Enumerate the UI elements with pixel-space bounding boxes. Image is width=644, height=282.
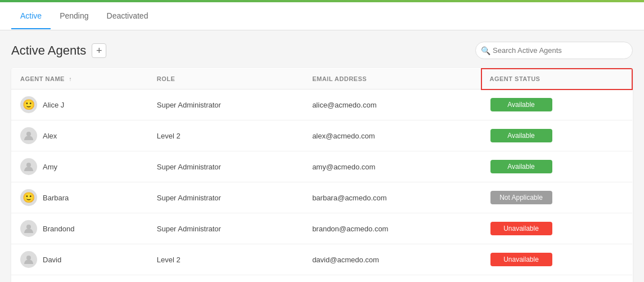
agent-status-cell: Available: [481, 89, 633, 120]
agent-email-cell: alex@acmedo.com: [303, 120, 481, 151]
agent-name-cell: 🙂 Barbara: [11, 182, 148, 213]
table-row: Amy Super Administrator amy@acmedo.com A…: [11, 151, 632, 182]
agent-name: David: [43, 256, 61, 264]
agent-status-cell: Unavailable: [481, 244, 633, 275]
status-button[interactable]: Available: [490, 160, 552, 173]
svg-point-2: [26, 225, 31, 229]
page-header: Active Agents + 🔍: [11, 42, 633, 59]
avatar: 🙂: [20, 96, 37, 113]
agent-email-cell: amy@acmedo.com: [303, 151, 481, 182]
agent-role-cell: Super Administrator: [148, 151, 303, 182]
agent-role-cell: Super Administrator: [148, 213, 303, 244]
agent-email-cell: alice@acmedo.com: [303, 89, 481, 120]
agent-name: Alice J: [43, 101, 64, 109]
col-agent-name: AGENT NAME ↑: [11, 69, 148, 89]
agent-name-cell: Brandond: [11, 213, 148, 244]
tabs-bar: Active Pending Deactivated: [0, 2, 644, 30]
avatar: 🙂: [20, 189, 37, 206]
agent-role-cell: Super Administrator: [148, 89, 303, 120]
tab-deactivated[interactable]: Deactivated: [98, 3, 157, 29]
table-row: 🙂 Barbara Super Administrator barbara@ac…: [11, 182, 632, 213]
table-row: Brandond Super Administrator brandon@acm…: [11, 213, 632, 244]
agents-table: AGENT NAME ↑ ROLE EMAIL ADDRESS AGENT ST…: [11, 68, 633, 282]
agent-name: Amy: [43, 163, 57, 171]
search-wrapper: 🔍: [475, 42, 633, 59]
agent-status-cell: Unavailable: [481, 213, 633, 244]
page-header-left: Active Agents +: [11, 43, 106, 58]
agent-name-cell: Alex: [11, 120, 148, 151]
agent-email-cell: david@acmedo.com: [303, 244, 481, 275]
col-email: EMAIL ADDRESS: [303, 69, 481, 89]
agent-status-cell: Available: [481, 151, 633, 182]
agent-role-cell: Level 2: [148, 244, 303, 275]
agent-status-cell: Not Applicable: [481, 275, 633, 283]
main-content: Active Agents + 🔍 AGENT NAME ↑ ROLE EMAI…: [0, 30, 644, 282]
agent-name-cell: 🙂 Alice J: [11, 89, 148, 120]
avatar: [20, 158, 37, 175]
agent-name: Alex: [43, 132, 57, 140]
svg-point-0: [26, 132, 31, 136]
agent-name-cell: David: [11, 244, 148, 275]
add-agent-button[interactable]: +: [92, 43, 106, 58]
avatar: [20, 127, 37, 144]
status-button[interactable]: Unavailable: [490, 222, 552, 235]
agents-table-container: AGENT NAME ↑ ROLE EMAIL ADDRESS AGENT ST…: [11, 68, 633, 282]
status-button[interactable]: Available: [490, 98, 552, 111]
status-button[interactable]: Not Applicable: [490, 191, 552, 204]
agent-name: Barbara: [43, 194, 69, 202]
col-role: ROLE: [148, 69, 303, 89]
agent-status-cell: Not Applicable: [481, 182, 633, 213]
sort-arrow-icon: ↑: [69, 76, 73, 82]
table-header-row: AGENT NAME ↑ ROLE EMAIL ADDRESS AGENT ST…: [11, 69, 632, 89]
table-row: 🙂 Alice J Super Administrator alice@acme…: [11, 89, 632, 120]
agent-name-cell: Amy: [11, 151, 148, 182]
agent-role-cell: Super Administrator: [148, 275, 303, 283]
agent-name-cell: Diana: [11, 275, 148, 283]
table-row: Alex Level 2 alex@acmedo.com Available: [11, 120, 632, 151]
tab-active[interactable]: Active: [11, 3, 51, 29]
svg-point-3: [26, 256, 31, 260]
agent-email-cell: diana@happyfox.com: [303, 275, 481, 283]
agent-email-cell: brandon@acmedo.com: [303, 213, 481, 244]
search-input[interactable]: [475, 42, 633, 59]
table-row: Diana Super Administrator diana@happyfox…: [11, 275, 632, 283]
tab-pending[interactable]: Pending: [51, 3, 97, 29]
agent-status-cell: Available: [481, 120, 633, 151]
agent-role-cell: Super Administrator: [148, 182, 303, 213]
avatar: [20, 251, 37, 268]
agent-role-cell: Level 2: [148, 120, 303, 151]
svg-point-1: [26, 163, 31, 167]
agent-name: Brandond: [43, 225, 74, 233]
avatar: [20, 220, 37, 237]
search-icon: 🔍: [481, 46, 490, 55]
status-button[interactable]: Unavailable: [490, 253, 552, 266]
agent-email-cell: barbara@acmedo.com: [303, 182, 481, 213]
col-agent-status: AGENT STATUS: [481, 69, 633, 89]
page-title: Active Agents: [11, 43, 86, 58]
table-row: David Level 2 david@acmedo.com Unavailab…: [11, 244, 632, 275]
status-button[interactable]: Available: [490, 129, 552, 142]
